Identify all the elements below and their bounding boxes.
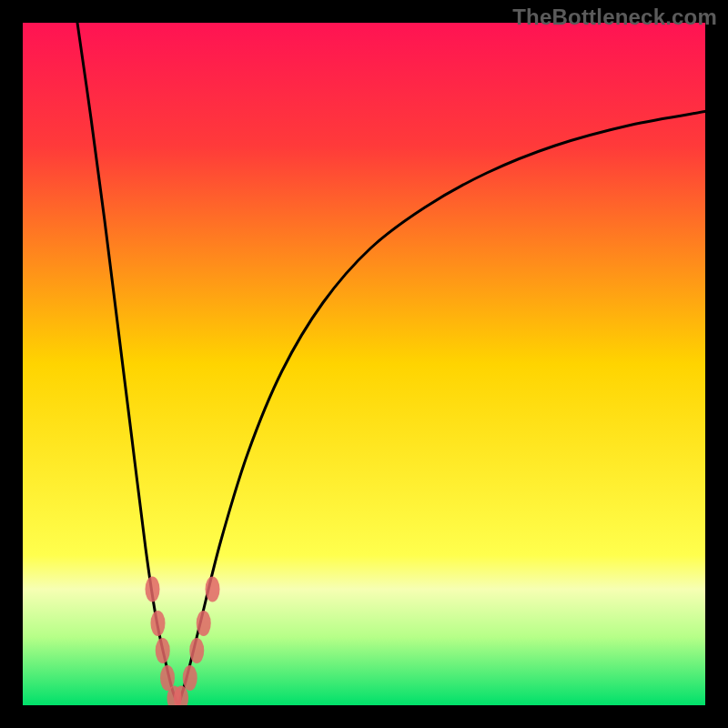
gradient-background	[23, 23, 705, 705]
marker-point	[183, 665, 197, 691]
marker-point	[156, 638, 170, 663]
marker-point	[151, 611, 166, 636]
watermark-text: TheBottleneck.com	[512, 5, 717, 30]
chart-svg	[23, 23, 705, 705]
marker-point	[189, 638, 204, 663]
marker-point	[206, 577, 220, 602]
plot-area	[23, 23, 705, 705]
marker-point	[146, 577, 160, 602]
chart-frame: TheBottleneck.com	[0, 0, 728, 728]
marker-point	[197, 611, 211, 636]
